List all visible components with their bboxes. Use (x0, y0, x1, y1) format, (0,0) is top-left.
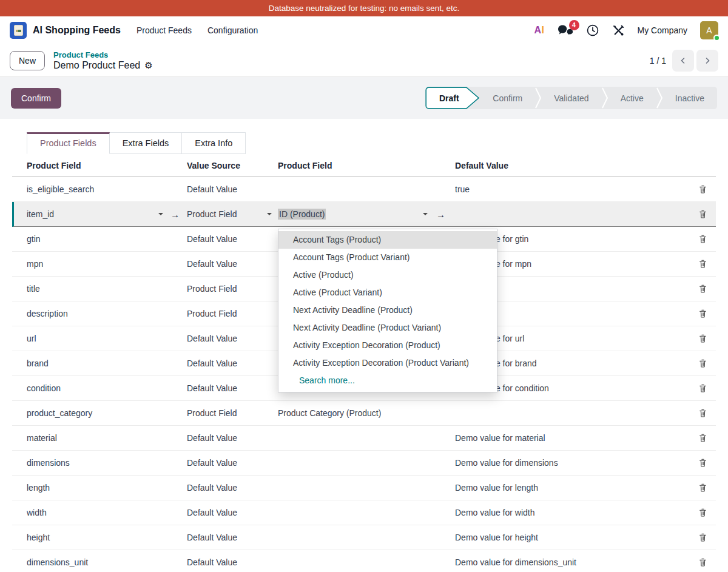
internal-link-icon[interactable]: → (170, 210, 180, 219)
table-row[interactable]: length Default Value Demo value for leng… (12, 476, 716, 500)
field-name[interactable]: description (27, 309, 68, 318)
value-source[interactable]: Default Value (187, 433, 237, 443)
delete-icon[interactable] (698, 309, 707, 318)
delete-icon[interactable] (698, 483, 707, 493)
table-row[interactable]: dimensions_unit Default Value Demo value… (12, 550, 716, 572)
default-value[interactable]: Demo value for height (455, 533, 538, 542)
dropdown-caret-icon[interactable] (423, 213, 428, 215)
app-title[interactable]: AI Shopping Feeds (33, 25, 121, 36)
delete-icon[interactable] (698, 209, 707, 219)
breadcrumb-parent-link[interactable]: Product Feeds (53, 50, 153, 59)
value-source[interactable]: Default Value (187, 383, 237, 393)
header-value-source[interactable]: Value Source (187, 161, 278, 170)
tab-extra-info[interactable]: Extra Info (182, 132, 246, 154)
dropdown-option[interactable]: Account Tags (Product) (278, 231, 497, 249)
field-name[interactable]: length (27, 483, 50, 493)
value-source[interactable]: Product Field (187, 309, 237, 318)
field-name[interactable]: brand (27, 358, 49, 368)
delete-icon[interactable] (698, 259, 707, 269)
value-source[interactable]: Default Value (187, 508, 237, 517)
confirm-button[interactable]: Confirm (11, 88, 61, 109)
value-source[interactable]: Default Value (187, 184, 237, 194)
delete-icon[interactable] (698, 234, 707, 244)
value-source[interactable]: Default Value (187, 234, 237, 244)
default-value[interactable]: Demo value for material (455, 433, 545, 443)
field-name[interactable]: dimensions (27, 458, 70, 468)
value-source[interactable]: Default Value (187, 334, 237, 343)
header-product-field-2[interactable]: Product Field (278, 161, 455, 170)
statusbar-step-draft[interactable]: Draft (425, 87, 480, 109)
delete-icon[interactable] (698, 533, 707, 542)
internal-link-icon[interactable]: → (436, 210, 445, 219)
ai-logo-icon[interactable]: AI (534, 25, 545, 36)
table-row[interactable]: material Default Value Demo value for ma… (12, 426, 716, 451)
dropdown-option[interactable]: Next Activity Deadline (Product) (278, 301, 497, 319)
delete-icon[interactable] (698, 383, 707, 393)
delete-icon[interactable] (698, 184, 707, 194)
delete-icon[interactable] (698, 284, 707, 294)
delete-icon[interactable] (698, 334, 707, 343)
dropdown-option[interactable]: Active (Product) (278, 266, 497, 284)
dropdown-search-more[interactable]: Search more... (278, 372, 497, 389)
tools-icon[interactable] (612, 24, 625, 37)
field-name[interactable]: url (27, 334, 36, 343)
table-row[interactable]: is_eligible_search Default Value true (12, 177, 716, 202)
default-value[interactable]: Demo value for length (455, 483, 538, 493)
gear-icon[interactable]: ⚙ (144, 60, 152, 71)
value-source[interactable]: Default Value (187, 458, 237, 468)
value-source[interactable]: Product Field (187, 408, 237, 418)
new-button[interactable]: New (10, 51, 45, 70)
product-field-value[interactable]: ID (Product) (278, 209, 326, 220)
field-name[interactable]: width (27, 508, 47, 517)
field-name[interactable]: condition (27, 383, 61, 393)
company-switcher[interactable]: My Company (638, 25, 687, 35)
field-name[interactable]: gtin (27, 234, 41, 244)
table-row[interactable]: dimensions Default Value Demo value for … (12, 451, 716, 476)
value-source[interactable]: Default Value (187, 533, 237, 542)
field-name[interactable]: item_id (27, 209, 54, 219)
pager-previous-button[interactable] (672, 50, 694, 72)
product-field-value[interactable]: Product Category (Product) (278, 408, 381, 418)
delete-icon[interactable] (698, 508, 707, 517)
field-name[interactable]: mpn (27, 259, 43, 269)
activities-icon[interactable] (586, 24, 599, 37)
header-product-field[interactable]: Product Field (27, 161, 187, 170)
delete-icon[interactable] (698, 458, 707, 468)
user-avatar[interactable]: A (700, 21, 718, 39)
delete-icon[interactable] (698, 358, 707, 368)
delete-icon[interactable] (698, 433, 707, 443)
tab-extra-fields[interactable]: Extra Fields (110, 132, 183, 154)
statusbar-step-active[interactable]: Active (608, 87, 656, 109)
value-source[interactable]: Default Value (187, 358, 237, 368)
dropdown-option[interactable]: Active (Product Variant) (278, 284, 497, 301)
value-source[interactable]: Product Field (187, 284, 237, 294)
field-name[interactable]: height (27, 533, 50, 542)
default-value[interactable]: Demo value for width (455, 508, 535, 517)
value-source[interactable]: Default Value (187, 259, 237, 269)
value-source[interactable]: Default Value (187, 557, 237, 567)
header-default-value[interactable]: Default Value (455, 161, 689, 170)
value-source[interactable]: Default Value (187, 483, 237, 493)
statusbar-step-validated[interactable]: Validated (541, 87, 601, 109)
statusbar-step-inactive[interactable]: Inactive (662, 87, 717, 109)
dropdown-caret-icon[interactable] (267, 213, 272, 215)
dropdown-option[interactable]: Next Activity Deadline (Product Variant) (278, 319, 497, 337)
value-source[interactable]: Product Field (187, 209, 237, 219)
dropdown-option[interactable]: Activity Exception Decoration (Product V… (278, 354, 497, 372)
delete-icon[interactable] (698, 557, 707, 567)
field-name[interactable]: material (27, 433, 57, 443)
menu-product-feeds[interactable]: Product Feeds (136, 25, 192, 35)
field-name[interactable]: dimensions_unit (27, 557, 88, 567)
dropdown-option[interactable]: Activity Exception Decoration (Product) (278, 337, 497, 354)
pager-next-button[interactable] (696, 50, 718, 72)
table-row[interactable]: height Default Value Demo value for heig… (12, 525, 716, 550)
default-value[interactable]: true (455, 184, 470, 194)
delete-icon[interactable] (698, 408, 707, 418)
table-row[interactable]: product_category Product Field Product C… (12, 401, 716, 426)
app-icon[interactable] (10, 22, 27, 39)
field-name[interactable]: product_category (27, 408, 92, 418)
dropdown-option[interactable]: Account Tags (Product Variant) (278, 249, 497, 266)
table-row[interactable]: width Default Value Demo value for width (12, 500, 716, 525)
default-value[interactable]: Demo value for dimensions_unit (455, 557, 576, 567)
table-row-selected[interactable]: item_id → Product Field ID (Product) → (12, 202, 716, 227)
